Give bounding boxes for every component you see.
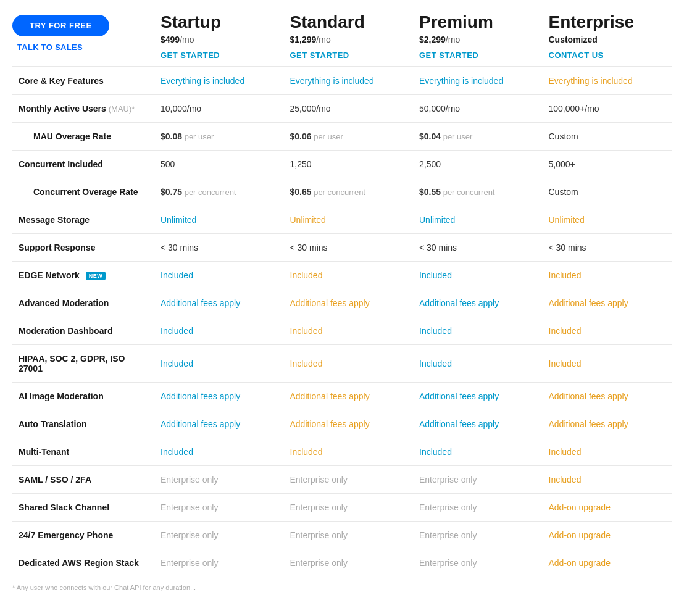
cell-r9-c3: Included xyxy=(543,317,672,344)
row-label-4: Concurrent Overage Rate xyxy=(19,187,138,197)
cell-value-r4-c2: $0.55 per concurrent xyxy=(419,187,494,197)
table-row: Message StorageUnlimitedUnlimitedUnlimit… xyxy=(12,206,672,234)
cell-value-r7-c1: Included xyxy=(290,270,323,280)
plan-price-enterprise: Customized xyxy=(549,35,666,44)
cell-value-r7-c2: Included xyxy=(419,270,452,280)
cell-value-r1-c2: 50,000/mo xyxy=(419,104,460,114)
cell-r6-c3: < 30 mins xyxy=(543,234,672,261)
plan-cta-startup[interactable]: GET STARTED xyxy=(161,51,278,60)
footnote: * Any user who connects with our Chat AP… xyxy=(12,576,672,591)
cell-value-r9-c0: Included xyxy=(161,326,193,336)
cell-r16-c1: Enterprise only xyxy=(284,522,414,549)
table-row: Concurrent Included5001,2502,5005,000+ xyxy=(12,151,672,178)
cell-value-r0-c0: Everything is included xyxy=(161,76,244,86)
cell-value-r17-c0: Enterprise only xyxy=(161,558,218,568)
cell-r16-c3: Add-on upgrade xyxy=(543,522,672,549)
cell-value-r1-c0: 10,000/mo xyxy=(161,104,201,114)
cell-value-r15-c2: Enterprise only xyxy=(419,502,477,512)
row-label-16: 24/7 Emergency Phone xyxy=(19,530,113,540)
cell-r11-c2: Additional fees apply xyxy=(413,383,543,410)
cell-value-r0-c1: Everything is included xyxy=(290,76,374,86)
try-free-button[interactable]: TRY FOR FREE xyxy=(12,15,109,36)
table-row: Concurrent Overage Rate$0.75 per concurr… xyxy=(12,178,672,206)
cell-r12-c2: Additional fees apply xyxy=(413,410,543,438)
plan-price-startup: $499/mo xyxy=(161,35,278,44)
cell-r11-c1: Additional fees apply xyxy=(284,383,414,410)
cell-r2-c0: $0.08 per user xyxy=(154,123,284,150)
table-row: Moderation DashboardIncludedIncludedIncl… xyxy=(12,317,672,345)
cell-value-r13-c3: Included xyxy=(549,447,582,457)
cell-value-r4-c0: $0.75 per concurrent xyxy=(161,187,236,197)
cell-value-r2-c0: $0.08 per user xyxy=(161,131,214,141)
new-badge: NEW xyxy=(86,272,106,280)
row-label-0: Core & Key Features xyxy=(19,76,104,86)
cell-r11-c0: Additional fees apply xyxy=(154,383,284,410)
cell-r13-c3: Included xyxy=(543,438,672,465)
cell-value-r8-c1: Additional fees apply xyxy=(290,298,370,308)
cell-r16-c0: Enterprise only xyxy=(154,522,284,549)
cell-r3-c3: 5,000+ xyxy=(543,151,672,178)
cell-r14-c0: Enterprise only xyxy=(154,466,284,493)
plan-cta-enterprise[interactable]: CONTACT US xyxy=(549,51,666,60)
cell-r8-c0: Additional fees apply xyxy=(154,289,284,317)
cell-r15-c3: Add-on upgrade xyxy=(543,494,672,521)
talk-to-sales-link[interactable]: TALK TO SALES xyxy=(17,43,83,52)
cell-r17-c3: Add-on upgrade xyxy=(543,549,672,576)
plan-cta-standard[interactable]: GET STARTED xyxy=(290,51,407,60)
table-row: EDGE Network NEWIncludedIncludedIncluded… xyxy=(12,262,672,289)
cell-r5-c1: Unlimited xyxy=(284,206,414,233)
cell-value-r2-c1: $0.06 per user xyxy=(290,131,343,141)
cell-value-r17-c2: Enterprise only xyxy=(419,558,477,568)
cell-r17-c1: Enterprise only xyxy=(284,549,414,576)
plan-name-startup: Startup xyxy=(161,12,278,32)
cell-value-r5-c2: Unlimited xyxy=(419,215,455,225)
cell-r4-c3: Custom xyxy=(543,178,672,206)
cell-value-r9-c1: Included xyxy=(290,326,323,336)
cell-r1-c3: 100,000+/mo xyxy=(543,95,672,122)
cell-value-r14-c3: Included xyxy=(549,475,582,485)
cell-value-r15-c3: Add-on upgrade xyxy=(549,502,611,512)
cell-value-r6-c0: < 30 mins xyxy=(161,243,198,252)
cell-r3-c0: 500 xyxy=(154,151,284,178)
row-label-12: Auto Translation xyxy=(19,419,86,429)
plan-price-standard: $1,299/mo xyxy=(290,35,407,44)
row-label-10: HIPAA, SOC 2, GDPR, ISO 27001 xyxy=(19,354,148,373)
cell-value-r3-c2: 2,500 xyxy=(419,159,441,169)
cell-r17-c0: Enterprise only xyxy=(154,549,284,576)
table-row: Advanced ModerationAdditional fees apply… xyxy=(12,289,672,317)
cell-value-r3-c1: 1,250 xyxy=(290,159,312,169)
cell-r15-c2: Enterprise only xyxy=(413,494,543,521)
cell-r1-c2: 50,000/mo xyxy=(413,95,543,122)
cell-value-r8-c2: Additional fees apply xyxy=(419,298,499,308)
cell-value-r8-c0: Additional fees apply xyxy=(161,298,240,308)
cell-value-r2-c3: Custom xyxy=(549,131,578,141)
cell-value-r9-c3: Included xyxy=(549,326,582,336)
cell-value-r5-c0: Unlimited xyxy=(161,215,196,225)
cell-value-r3-c0: 500 xyxy=(161,159,175,169)
cell-value-r7-c0: Included xyxy=(161,270,193,280)
cell-value-r16-c2: Enterprise only xyxy=(419,530,477,540)
cell-r14-c2: Enterprise only xyxy=(413,466,543,493)
cell-value-r11-c3: Additional fees apply xyxy=(549,391,628,401)
cell-value-r15-c1: Enterprise only xyxy=(290,502,348,512)
row-label-2: MAU Overage Rate xyxy=(19,131,111,141)
cell-r0-c0: Everything is included xyxy=(154,67,284,94)
plan-cta-premium[interactable]: GET STARTED xyxy=(419,51,536,60)
cell-value-r10-c3: Included xyxy=(549,359,582,368)
cell-value-r1-c3: 100,000+/mo xyxy=(549,104,599,114)
cell-r1-c1: 25,000/mo xyxy=(284,95,414,122)
cell-r7-c3: Included xyxy=(543,262,672,289)
cell-value-r0-c2: Everything is included xyxy=(419,76,503,86)
cell-r5-c3: Unlimited xyxy=(543,206,672,233)
cell-value-r12-c1: Additional fees apply xyxy=(290,419,370,429)
cell-value-r11-c2: Additional fees apply xyxy=(419,391,499,401)
cell-value-r1-c1: 25,000/mo xyxy=(290,104,331,114)
cell-value-r12-c3: Additional fees apply xyxy=(549,419,628,429)
cell-r0-c2: Everything is included xyxy=(413,67,543,94)
table-row: Shared Slack ChannelEnterprise onlyEnter… xyxy=(12,494,672,522)
cell-r12-c3: Additional fees apply xyxy=(543,410,672,438)
cell-r2-c1: $0.06 per user xyxy=(284,123,414,150)
cell-r9-c2: Included xyxy=(413,317,543,344)
table-row: Multi-TenantIncludedIncludedIncludedIncl… xyxy=(12,438,672,466)
cell-r8-c2: Additional fees apply xyxy=(413,289,543,317)
